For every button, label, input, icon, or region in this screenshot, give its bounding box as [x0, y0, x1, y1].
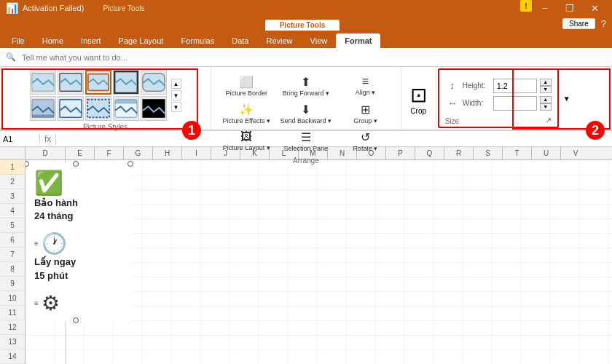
width-up[interactable]: ▲: [540, 96, 552, 103]
style-thumb-2[interactable]: [58, 70, 84, 95]
row-11: 11: [0, 306, 25, 320]
size-fields: ↕ Height: ▲ ▼ ↔ Width: ▲ ▼: [445, 73, 552, 116]
rotate-label: Rotate: [353, 145, 377, 153]
height-input[interactable]: [493, 79, 537, 93]
height-row: ↕ Height: ▲ ▼: [445, 79, 552, 93]
style-thumbs: [30, 70, 167, 121]
send-backward-btn[interactable]: ⬇ Send Backward: [277, 100, 336, 127]
selection-pane-btn[interactable]: ☰ Selection Pane: [277, 128, 336, 155]
formula-fx[interactable]: fx: [40, 134, 56, 144]
tab-file[interactable]: File: [3, 33, 34, 48]
style-scroll-up[interactable]: ▲: [171, 79, 181, 89]
picture-styles-label: Picture Styles: [83, 121, 128, 131]
height-down[interactable]: ▼: [540, 86, 552, 93]
row-2: 2: [0, 175, 25, 189]
tab-format[interactable]: Format: [336, 33, 380, 48]
badge-delivery: ≡ 🕐 Lấy ngay 15 phút: [34, 232, 122, 282]
height-spinner: ▲ ▼: [540, 79, 552, 93]
svg-rect-10: [114, 100, 136, 104]
style-thumb-4[interactable]: [113, 70, 139, 95]
style-thumb-8[interactable]: [85, 96, 111, 121]
title-text: Activation Failed): [23, 4, 84, 12]
row-5: 5: [0, 218, 25, 233]
delivery-text: Lấy ngay 15 phút: [34, 256, 76, 282]
picture-border-icon: ⬜: [239, 75, 254, 89]
row-4: 4: [0, 204, 25, 218]
ribbon-tabs: File Home Insert Page Layout Formulas Da…: [0, 31, 612, 48]
title-bar: 📊 Activation Failed) Picture Tools ! − ❐…: [0, 0, 612, 16]
crop-button[interactable]: ⊡ Crop: [407, 70, 430, 128]
search-input[interactable]: [22, 53, 606, 62]
handle-bm[interactable]: [73, 317, 79, 323]
badge-1: 1: [182, 121, 201, 140]
grid-body: 1 2 3 4 5 6 7 8 9 10 11 12 13 14 15 16: [0, 160, 612, 364]
title-bar-left: 📊 Activation Failed) Picture Tools: [6, 2, 144, 14]
tab-home[interactable]: Home: [34, 33, 72, 48]
picture-effects-btn[interactable]: ✨ Picture Effects: [217, 100, 276, 127]
tab-page-layout[interactable]: Page Layout: [110, 33, 173, 48]
tab-insert[interactable]: Insert: [72, 33, 110, 48]
picture-border-btn[interactable]: ⬜ Picture Border: [217, 73, 276, 100]
app-icon: 📊: [6, 2, 18, 14]
handle-tm[interactable]: [73, 161, 79, 167]
spreadsheet-area: fx D E F G H I J K L M N O P Q R S T U V: [0, 131, 612, 364]
help-icon[interactable]: ?: [601, 18, 606, 29]
styles-content: ▲ ▼ ▼: [30, 70, 181, 121]
align-label: Align: [356, 89, 376, 97]
image-overlay[interactable]: ✅ Bảo hành 24 tháng ≡ 🕐: [26, 163, 131, 321]
name-box[interactable]: [0, 135, 40, 143]
row-9: 9: [0, 277, 25, 291]
width-input[interactable]: [493, 96, 537, 111]
style-thumb-10[interactable]: [141, 96, 167, 121]
ribbon-scroll-btn[interactable]: ▼: [563, 95, 570, 103]
arrange-section: ⬜ Picture Border ⬆ Bring Forward ≡ Align…: [211, 67, 401, 130]
size-label: Size: [445, 117, 459, 125]
bring-forward-btn[interactable]: ⬆ Bring Forward: [277, 73, 336, 100]
warranty-text: Bảo hành 24 tháng: [34, 197, 78, 223]
selection-pane-label: Selection Pane: [284, 145, 329, 153]
crop-label: Crop: [410, 107, 426, 115]
close-button[interactable]: ✕: [583, 0, 606, 16]
col-D: D: [26, 147, 66, 159]
height-up[interactable]: ▲: [540, 79, 552, 86]
warranty-icon: ✅: [34, 169, 63, 197]
width-down[interactable]: ▼: [540, 103, 552, 111]
size-expand-icon[interactable]: ↗: [545, 116, 552, 125]
tab-view[interactable]: View: [302, 33, 337, 48]
delivery-icon: 🕐: [42, 232, 67, 256]
crop-icon: ⊡: [410, 83, 427, 107]
tab-review[interactable]: Review: [257, 33, 301, 48]
style-thumb-5[interactable]: [141, 70, 167, 95]
restore-button[interactable]: ❐: [558, 0, 581, 16]
col-U: U: [532, 147, 561, 159]
height-label: Height:: [463, 82, 490, 90]
minimize-button[interactable]: −: [533, 0, 557, 16]
picture-tools-title: Picture Tools: [103, 4, 144, 12]
row-3: 3: [0, 189, 25, 204]
style-scroll: ▲ ▼ ▼: [171, 79, 181, 112]
partial-icon: ⚙: [42, 291, 60, 315]
title-bar-controls: ! − ❐ ✕: [520, 0, 606, 16]
style-thumb-9[interactable]: [113, 96, 139, 121]
style-scroll-more[interactable]: ▼: [171, 102, 181, 112]
bring-forward-icon: ⬆: [301, 75, 310, 89]
col-F: F: [95, 147, 124, 159]
style-thumb-6[interactable]: [30, 96, 56, 121]
tab-formulas[interactable]: Formulas: [172, 33, 223, 48]
style-thumb-7[interactable]: [58, 96, 84, 121]
height-icon: ↕: [445, 80, 460, 91]
handle-tr[interactable]: [128, 161, 133, 167]
style-thumb-1[interactable]: [30, 70, 56, 95]
style-scroll-down[interactable]: ▼: [171, 90, 181, 100]
rotate-btn[interactable]: ↺ Rotate: [336, 128, 395, 155]
col-G: G: [124, 147, 153, 159]
style-thumb-3[interactable]: [85, 70, 111, 95]
send-backward-label: Send Backward: [280, 117, 332, 125]
tab-data[interactable]: Data: [223, 33, 257, 48]
search-bar: 🔍: [0, 48, 612, 67]
picture-layout-btn[interactable]: 🖼 Picture Layout: [217, 128, 276, 154]
align-btn[interactable]: ≡ Align: [336, 73, 395, 99]
share-button[interactable]: Share: [562, 18, 595, 29]
group-btn[interactable]: ⊞ Group: [336, 100, 395, 127]
row-12: 12: [0, 320, 25, 335]
